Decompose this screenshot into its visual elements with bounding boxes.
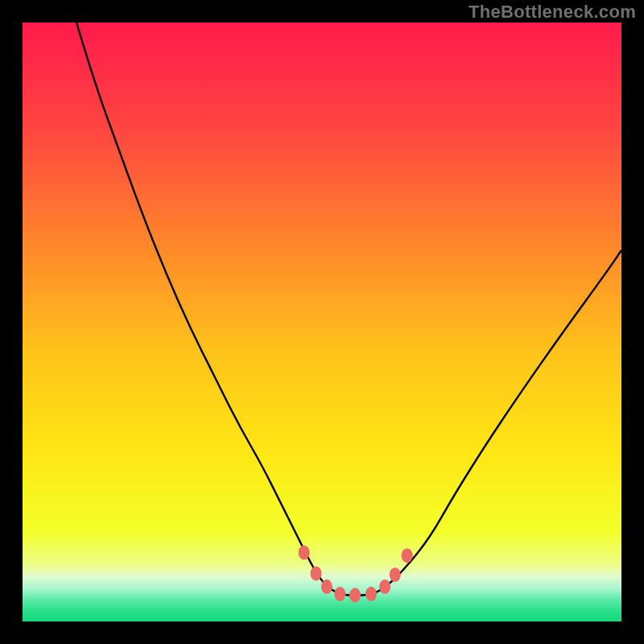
- chart-svg: [23, 23, 621, 621]
- curve-marker: [299, 545, 310, 559]
- chart-background: [23, 23, 621, 621]
- curve-marker: [390, 568, 401, 582]
- curve-marker: [334, 587, 345, 601]
- chart-plot-area: [23, 23, 621, 621]
- curve-marker: [349, 588, 361, 602]
- curve-marker: [311, 566, 322, 580]
- outer-frame: TheBottleneck.com: [0, 0, 644, 644]
- curve-marker: [402, 548, 413, 563]
- curve-marker: [379, 580, 390, 594]
- watermark-text: TheBottleneck.com: [469, 2, 636, 23]
- curve-marker: [365, 587, 377, 601]
- curve-marker: [321, 580, 332, 594]
